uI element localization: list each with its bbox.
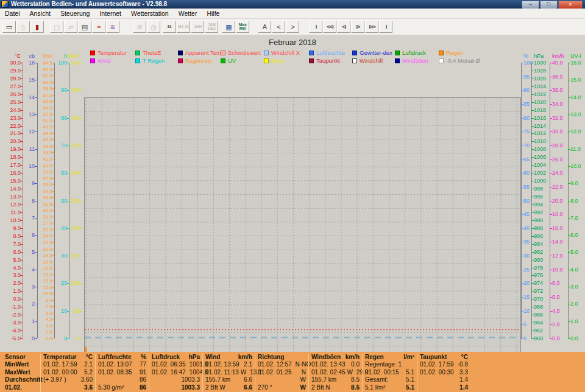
stats-cell-value: 5.2 <box>84 369 93 376</box>
prev-button[interactable]: < <box>272 21 285 33</box>
stats-cell-value: 91 <box>140 369 146 376</box>
axis-tick <box>550 311 552 312</box>
print-button[interactable]: ▤ <box>78 21 91 33</box>
axis-tick <box>52 268 54 268</box>
legend-schw-lewert[interactable]: Schwülewert <box>221 50 261 56</box>
stats-row-label: MinWert <box>5 361 38 368</box>
menu-item-ansicht[interactable]: Ansicht <box>25 9 55 18</box>
stats-column-luftfeuchte: Luftfeuchte%01.02. 13:077701.02. 08:3591… <box>95 354 149 392</box>
menu-item-datei[interactable]: Datei <box>0 9 25 18</box>
back-button[interactable]: <I <box>337 21 350 33</box>
chart-button[interactable]: ≈ <box>92 21 105 33</box>
menu-item-wetterstation[interactable]: Wetterstation <box>126 9 174 18</box>
stats-cell-value: 2.1 <box>244 361 252 368</box>
legend-label: Luftfeuchte <box>316 50 345 56</box>
zoom-button[interactable]: ⊘ <box>133 21 146 33</box>
legend-label: T Regen <box>143 58 165 64</box>
fast-back-button[interactable]: <<I <box>323 21 336 33</box>
close-button[interactable]: × <box>558 1 583 9</box>
legend-color-box <box>395 51 400 55</box>
legend--0-4-monat-[interactable]: -0.4 Monat-Ø <box>439 58 480 64</box>
legend-windchill-x[interactable]: Windchill X <box>264 50 300 56</box>
forward-button[interactable]: I> <box>351 21 364 33</box>
legend-t-regen[interactable]: T Regen <box>135 58 165 64</box>
calendar-day-button[interactable]: 31 <box>163 21 176 33</box>
legend-temperatur[interactable]: Temperatur <box>90 50 127 56</box>
chart-multi-button[interactable]: ≋ <box>106 21 119 33</box>
minimize-button[interactable]: – <box>522 1 539 9</box>
legend-regen[interactable]: Regen <box>439 50 463 56</box>
calendar-jandez-button[interactable]: JAN DEZ <box>205 21 218 33</box>
stats-cell-text: 01.02. 17:59 <box>420 361 454 368</box>
axis-tick <box>52 236 54 236</box>
save-button[interactable]: ▮ <box>30 21 44 33</box>
axis-tick-label: 1000 <box>534 178 546 184</box>
axis-tick-label: 5.0 <box>570 250 578 255</box>
axis-tick-label: 54.0 <box>0 105 52 110</box>
axis-tick-label: 45 <box>523 212 530 217</box>
last-button[interactable]: I <box>379 21 392 33</box>
stats-cell: 2 Bft W6.6 <box>205 384 252 391</box>
stats-row-label: MaxWert <box>5 369 38 376</box>
axis-tick <box>521 270 523 270</box>
edit-button[interactable]: ▱ <box>64 21 77 33</box>
stats-column-temperatur: Temperatur°C01.02. 17:592.101.02. 00:005… <box>40 354 95 392</box>
axis-tick-label: 8.0 <box>570 198 578 203</box>
axis-tick-label: 1.0 <box>570 318 578 324</box>
axis-tick <box>531 299 534 299</box>
calendar-month-button[interactable]: M1-31 <box>177 21 190 33</box>
legend-windchill[interactable]: Windchill <box>352 58 383 64</box>
stats-cell: (+ 3.97 )3.60 <box>43 376 93 383</box>
axis-tick <box>521 145 523 146</box>
next-button[interactable]: > <box>286 21 299 33</box>
stats-cell-text: 01.02. 00:00 <box>43 369 77 376</box>
fast-forward-button[interactable]: I>> <box>365 21 378 33</box>
maximize-button[interactable]: □ <box>540 1 558 9</box>
axis-tick <box>52 275 54 275</box>
axis-tick-label: 998 <box>534 186 543 192</box>
plot-area[interactable] <box>84 97 521 374</box>
legend-windb-en[interactable]: Windböen <box>395 58 428 64</box>
legend-gewitter-dex[interactable]: Gewitter-dex <box>352 50 392 56</box>
calendar-year-button[interactable]: JAH <box>191 21 204 33</box>
axis-tick <box>531 244 534 245</box>
stats-cell-text: 01.02. 13:07 <box>98 361 132 368</box>
axis-tick-label: 1006 <box>534 155 546 160</box>
legend-taupunkt[interactable]: Taupunkt <box>309 58 340 64</box>
axis-tick <box>521 173 523 173</box>
stats-cell: 01.02. 17:59-0.8 <box>420 361 468 368</box>
axis-tick-label: 26.0 <box>552 156 563 162</box>
axis-tick <box>568 63 570 63</box>
menu-item-wetter[interactable]: Wetter <box>174 9 202 18</box>
axis-tick-label: 300 <box>0 170 80 176</box>
stats-cell-value: 1.4 <box>459 376 468 383</box>
connect-button[interactable]: ▭ <box>2 21 16 33</box>
legend-uv[interactable]: UV <box>221 58 236 64</box>
first-button[interactable]: I <box>309 21 322 33</box>
legend-luftdruck[interactable]: Luftdruck <box>395 50 426 56</box>
legend-regenrate[interactable]: Regenrate <box>178 58 212 64</box>
axis-tick-label: 990 <box>534 217 543 223</box>
font-button[interactable]: A <box>258 21 271 33</box>
stats-column-name: Luftdruck <box>152 354 180 361</box>
stats-column-unit: km/h <box>238 354 252 361</box>
stats-cell-value: 5.1 <box>406 384 414 391</box>
legend-solar[interactable]: Solar <box>264 58 285 64</box>
axis-tick <box>531 252 534 253</box>
save-gray-button[interactable]: ▯ <box>16 21 30 33</box>
axis-tick <box>521 283 523 284</box>
axis-tick-label: 6.0 <box>570 233 578 238</box>
legend-apparent-tem[interactable]: Apparent Tem <box>178 50 221 56</box>
maxmin-table-button[interactable]: Max Min <box>236 21 249 33</box>
axis-unit-label: km/h <box>552 54 564 59</box>
menu-item-hilfe[interactable]: Hilfe <box>202 9 224 18</box>
legend-luftfeuchte[interactable]: Luftfeuchte <box>309 50 345 56</box>
report-button[interactable]: ▢ <box>50 21 63 33</box>
clock-button[interactable]: ◷ <box>147 21 160 33</box>
stats-cell-text: 01.02. 00:15 <box>365 369 399 376</box>
table-button[interactable]: ▦ <box>222 21 235 33</box>
legend-thetae[interactable]: ThetaE <box>135 50 161 56</box>
menu-item-internet[interactable]: Internet <box>94 9 126 18</box>
legend-wind[interactable]: Wind <box>90 58 111 64</box>
menu-item-steuerung[interactable]: Steuerung <box>55 9 94 18</box>
